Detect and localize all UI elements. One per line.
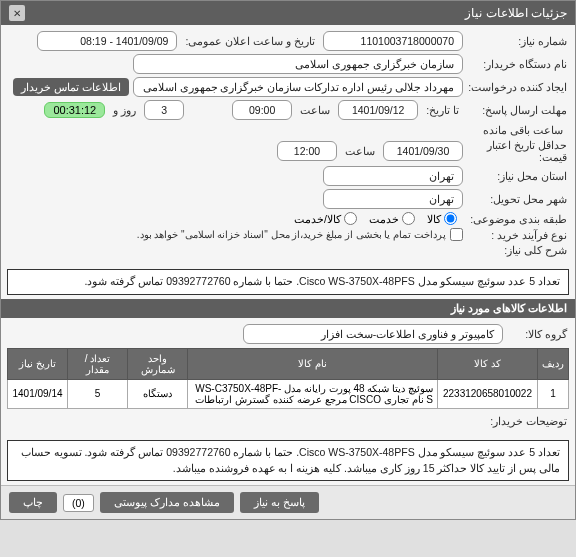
spacer	[188, 101, 228, 119]
radio-goods[interactable]: کالا	[427, 212, 457, 225]
attachment-count: (0)	[63, 494, 94, 512]
footer: پاسخ به نیاز مشاهده مدارک پیوستی (0) چاپ	[1, 485, 575, 519]
deliver-city-label: شهر محل تحویل:	[467, 193, 567, 205]
deadline-hour: 09:00	[232, 100, 292, 120]
buy-process-label: نوع فرآیند خرید :	[467, 229, 567, 241]
payment-note: پرداخت تمام یا بخشی از مبلغ خرید،از محل …	[137, 229, 446, 240]
countdown-timer: 00:31:12	[44, 102, 105, 118]
table-row[interactable]: 1 2233120658010022 سوئیچ دیتا شبکه 48 پو…	[8, 379, 569, 408]
cell-date: 1401/09/14	[8, 379, 68, 408]
hour-label-1: ساعت	[300, 104, 330, 116]
payment-line: پرداخت تمام یا بخشی از مبلغ خرید،از محل …	[9, 228, 463, 241]
print-button[interactable]: چاپ	[9, 492, 57, 513]
creator-label: ایجاد کننده درخواست:	[467, 81, 567, 93]
req-no-label: شماره نیاز:	[467, 35, 567, 47]
reply-deadline-label: مهلت ارسال پاسخ:	[467, 104, 567, 116]
th-row: ردیف	[538, 348, 569, 379]
view-attachments-button[interactable]: مشاهده مدارک پیوستی	[100, 492, 234, 513]
cell-idx: 1	[538, 379, 569, 408]
cell-unit: دستگاه	[128, 379, 188, 408]
radio-service[interactable]: خدمت	[369, 212, 415, 225]
contact-info-button[interactable]: اطلاعات تماس خریدار	[13, 78, 129, 96]
cell-qty: 5	[68, 379, 128, 408]
th-name: نام کالا	[188, 348, 438, 379]
close-icon[interactable]: ✕	[9, 5, 25, 21]
th-code: کد کالا	[438, 348, 538, 379]
desc-label: شرح کلی نیاز:	[467, 244, 567, 256]
deadline-date: 1401/09/12	[338, 100, 418, 120]
th-unit: واحد شمارش	[128, 348, 188, 379]
org-value: سازمان خبرگزاری جمهوری اسلامی	[133, 54, 463, 74]
radio-service-input[interactable]	[402, 212, 415, 225]
req-no-value: 1101003718000070	[323, 31, 463, 51]
category-radio-group: کالا خدمت کالا/خدمت	[294, 212, 457, 225]
window: جزئیات اطلاعات نیاز ✕ شماره نیاز: 110100…	[0, 0, 576, 520]
radio-both-label: کالا/خدمت	[294, 213, 341, 225]
to-date-label: تا تاریخ:	[426, 104, 459, 116]
radio-service-label: خدمت	[369, 213, 399, 225]
buyer-notes-box: تعداد 5 عدد سوئیچ سیسکو مدل Cisco WS-375…	[7, 440, 569, 482]
price-valid-date: 1401/09/30	[383, 141, 463, 161]
section-items-header: اطلاعات کالاهای مورد نیاز	[1, 299, 575, 318]
group-value: کامپیوتر و فناوری اطلاعات-سخت افزار	[243, 324, 503, 344]
price-valid-label: حداقل تاریخ اعتبار قیمت:	[467, 139, 567, 163]
radio-both-input[interactable]	[344, 212, 357, 225]
radio-both[interactable]: کالا/خدمت	[294, 212, 357, 225]
announce-label: تاریخ و ساعت اعلان عمومی:	[185, 35, 315, 47]
hour-label-2: ساعت	[345, 145, 375, 157]
req-city-value: تهران	[323, 166, 463, 186]
payment-checkbox[interactable]	[450, 228, 463, 241]
radio-goods-label: کالا	[427, 213, 441, 225]
cell-code: 2233120658010022	[438, 379, 538, 408]
req-city-label: استان محل نیاز:	[467, 170, 567, 182]
description-box: تعداد 5 عدد سوئیچ سیسکو مدل Cisco WS-375…	[7, 269, 569, 295]
category-label: طبقه بندی موضوعی:	[467, 213, 567, 225]
org-label: نام دستگاه خریدار:	[467, 58, 567, 70]
deliver-city-value: تهران	[323, 189, 463, 209]
window-title: جزئیات اطلاعات نیاز	[465, 6, 567, 20]
announce-value: 1401/09/09 - 08:19	[37, 31, 177, 51]
creator-value: مهرداد جلالی رئیس اداره تدارکات سازمان خ…	[133, 77, 463, 97]
group-label: گروه کالا:	[507, 328, 567, 340]
th-qty: تعداد / مقدار	[68, 348, 128, 379]
radio-goods-input[interactable]	[444, 212, 457, 225]
form-area: شماره نیاز: 1101003718000070 تاریخ و ساع…	[1, 25, 575, 265]
days-and-label: روز و	[113, 104, 136, 116]
titlebar: جزئیات اطلاعات نیاز ✕	[1, 1, 575, 25]
price-valid-hour: 12:00	[277, 141, 337, 161]
buyer-notes-label: توضیحات خریدار:	[467, 415, 567, 427]
remaining-label: ساعت باقی مانده	[483, 124, 563, 136]
reply-button[interactable]: پاسخ به نیاز	[240, 492, 319, 513]
cell-name: سوئیچ دیتا شبکه 48 پورت رایانه مدل WS-C3…	[188, 379, 438, 408]
th-date: تاریخ نیاز	[8, 348, 68, 379]
items-table: ردیف کد کالا نام کالا واحد شمارش تعداد /…	[7, 348, 569, 409]
days-value: 3	[144, 100, 184, 120]
